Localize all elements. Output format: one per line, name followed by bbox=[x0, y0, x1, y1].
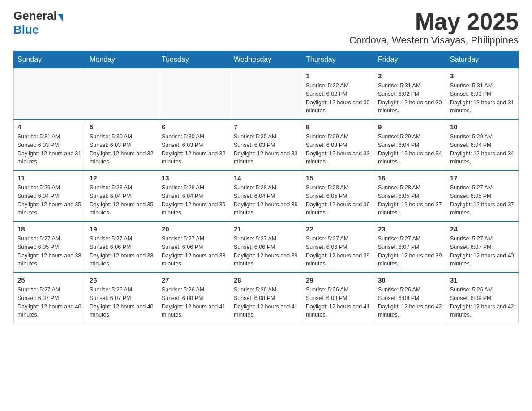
day-number: 21 bbox=[234, 225, 298, 233]
calendar-day-header: Tuesday bbox=[158, 51, 230, 68]
calendar-day-cell: 13Sunrise: 5:28 AMSunset: 6:04 PMDayligh… bbox=[158, 170, 230, 221]
day-number: 11 bbox=[17, 174, 82, 182]
day-number: 3 bbox=[450, 72, 515, 80]
day-number: 9 bbox=[378, 123, 442, 131]
calendar-day-cell: 10Sunrise: 5:29 AMSunset: 6:04 PMDayligh… bbox=[446, 119, 519, 170]
day-info: Sunrise: 5:29 AMSunset: 6:04 PMDaylight:… bbox=[17, 184, 82, 217]
day-number: 27 bbox=[162, 276, 226, 284]
calendar-day-cell: 8Sunrise: 5:29 AMSunset: 6:03 PMDaylight… bbox=[302, 119, 374, 170]
day-info: Sunrise: 5:27 AMSunset: 6:06 PMDaylight:… bbox=[234, 235, 298, 268]
day-info: Sunrise: 5:28 AMSunset: 6:05 PMDaylight:… bbox=[378, 184, 442, 217]
calendar-day-cell: 7Sunrise: 5:30 AMSunset: 6:03 PMDaylight… bbox=[230, 119, 302, 170]
day-number: 2 bbox=[378, 72, 442, 80]
calendar-day-cell: 21Sunrise: 5:27 AMSunset: 6:06 PMDayligh… bbox=[230, 221, 302, 272]
day-info: Sunrise: 5:26 AMSunset: 6:08 PMDaylight:… bbox=[378, 286, 442, 319]
calendar-header-row: SundayMondayTuesdayWednesdayThursdayFrid… bbox=[14, 51, 519, 68]
calendar-day-header: Thursday bbox=[302, 51, 374, 68]
day-info: Sunrise: 5:28 AMSunset: 6:04 PMDaylight:… bbox=[234, 184, 298, 217]
day-number: 19 bbox=[90, 225, 154, 233]
day-info: Sunrise: 5:27 AMSunset: 6:06 PMDaylight:… bbox=[162, 235, 226, 268]
day-info: Sunrise: 5:28 AMSunset: 6:05 PMDaylight:… bbox=[306, 184, 370, 217]
calendar-day-header: Friday bbox=[374, 51, 446, 68]
calendar-day-cell: 22Sunrise: 5:27 AMSunset: 6:06 PMDayligh… bbox=[302, 221, 374, 272]
calendar-day-cell: 19Sunrise: 5:27 AMSunset: 6:06 PMDayligh… bbox=[86, 221, 158, 272]
location-text: Cordova, Western Visayas, Philippines bbox=[349, 34, 519, 46]
day-number: 5 bbox=[90, 123, 154, 131]
day-info: Sunrise: 5:29 AMSunset: 6:04 PMDaylight:… bbox=[378, 133, 442, 166]
calendar-day-cell bbox=[14, 68, 86, 120]
day-info: Sunrise: 5:31 AMSunset: 6:03 PMDaylight:… bbox=[450, 81, 515, 115]
calendar-day-cell: 14Sunrise: 5:28 AMSunset: 6:04 PMDayligh… bbox=[230, 170, 302, 221]
day-info: Sunrise: 5:27 AMSunset: 6:06 PMDaylight:… bbox=[306, 235, 370, 268]
day-number: 12 bbox=[90, 174, 154, 182]
page-header: General Blue May 2025 Cordova, Western V… bbox=[13, 9, 519, 46]
calendar-day-cell: 11Sunrise: 5:29 AMSunset: 6:04 PMDayligh… bbox=[14, 170, 86, 221]
day-info: Sunrise: 5:27 AMSunset: 6:07 PMDaylight:… bbox=[378, 235, 442, 268]
day-number: 8 bbox=[306, 123, 370, 131]
day-info: Sunrise: 5:29 AMSunset: 6:03 PMDaylight:… bbox=[306, 133, 370, 166]
calendar-day-cell: 4Sunrise: 5:31 AMSunset: 6:03 PMDaylight… bbox=[14, 119, 86, 170]
calendar-day-cell bbox=[230, 68, 302, 120]
day-number: 13 bbox=[162, 174, 226, 182]
calendar-day-cell: 30Sunrise: 5:26 AMSunset: 6:08 PMDayligh… bbox=[374, 272, 446, 323]
day-number: 30 bbox=[378, 276, 442, 284]
calendar-day-header: Sunday bbox=[14, 51, 86, 68]
calendar-day-cell: 5Sunrise: 5:30 AMSunset: 6:03 PMDaylight… bbox=[86, 119, 158, 170]
day-number: 7 bbox=[234, 123, 298, 131]
day-info: Sunrise: 5:30 AMSunset: 6:03 PMDaylight:… bbox=[90, 133, 154, 166]
day-info: Sunrise: 5:31 AMSunset: 6:02 PMDaylight:… bbox=[378, 81, 442, 115]
calendar-day-cell: 20Sunrise: 5:27 AMSunset: 6:06 PMDayligh… bbox=[158, 221, 230, 272]
day-number: 6 bbox=[162, 123, 226, 131]
calendar-day-cell: 23Sunrise: 5:27 AMSunset: 6:07 PMDayligh… bbox=[374, 221, 446, 272]
day-number: 1 bbox=[306, 72, 370, 80]
month-year-title: May 2025 bbox=[349, 9, 519, 34]
calendar-day-cell: 16Sunrise: 5:28 AMSunset: 6:05 PMDayligh… bbox=[374, 170, 446, 221]
calendar-week-row: 4Sunrise: 5:31 AMSunset: 6:03 PMDaylight… bbox=[14, 119, 519, 170]
calendar-day-header: Wednesday bbox=[230, 51, 302, 68]
calendar-day-cell: 27Sunrise: 5:26 AMSunset: 6:08 PMDayligh… bbox=[158, 272, 230, 323]
day-info: Sunrise: 5:28 AMSunset: 6:04 PMDaylight:… bbox=[162, 184, 226, 217]
day-info: Sunrise: 5:26 AMSunset: 6:08 PMDaylight:… bbox=[162, 286, 226, 319]
day-info: Sunrise: 5:27 AMSunset: 6:07 PMDaylight:… bbox=[17, 286, 82, 319]
day-info: Sunrise: 5:27 AMSunset: 6:07 PMDaylight:… bbox=[450, 235, 515, 268]
calendar-day-cell: 24Sunrise: 5:27 AMSunset: 6:07 PMDayligh… bbox=[446, 221, 519, 272]
day-number: 14 bbox=[234, 174, 298, 182]
day-number: 28 bbox=[234, 276, 298, 284]
logo-arrow-icon bbox=[58, 14, 63, 22]
day-number: 25 bbox=[17, 276, 82, 284]
calendar-week-row: 25Sunrise: 5:27 AMSunset: 6:07 PMDayligh… bbox=[14, 272, 519, 323]
logo: General Blue bbox=[13, 9, 63, 37]
day-number: 18 bbox=[17, 225, 82, 233]
day-info: Sunrise: 5:31 AMSunset: 6:03 PMDaylight:… bbox=[17, 133, 82, 166]
day-info: Sunrise: 5:26 AMSunset: 6:08 PMDaylight:… bbox=[234, 286, 298, 319]
calendar-day-header: Monday bbox=[86, 51, 158, 68]
day-info: Sunrise: 5:30 AMSunset: 6:03 PMDaylight:… bbox=[162, 133, 226, 166]
logo-blue-text: Blue bbox=[13, 23, 39, 37]
calendar-day-cell: 2Sunrise: 5:31 AMSunset: 6:02 PMDaylight… bbox=[374, 68, 446, 120]
day-info: Sunrise: 5:26 AMSunset: 6:07 PMDaylight:… bbox=[90, 286, 154, 319]
calendar-day-cell: 26Sunrise: 5:26 AMSunset: 6:07 PMDayligh… bbox=[86, 272, 158, 323]
day-number: 10 bbox=[450, 123, 515, 131]
calendar-day-cell: 15Sunrise: 5:28 AMSunset: 6:05 PMDayligh… bbox=[302, 170, 374, 221]
day-number: 22 bbox=[306, 225, 370, 233]
logo-general-text: General bbox=[13, 9, 57, 23]
day-number: 31 bbox=[450, 276, 515, 284]
calendar-day-cell: 17Sunrise: 5:27 AMSunset: 6:05 PMDayligh… bbox=[446, 170, 519, 221]
day-info: Sunrise: 5:29 AMSunset: 6:04 PMDaylight:… bbox=[450, 133, 515, 166]
calendar-day-cell: 18Sunrise: 5:27 AMSunset: 6:05 PMDayligh… bbox=[14, 221, 86, 272]
calendar-day-cell: 28Sunrise: 5:26 AMSunset: 6:08 PMDayligh… bbox=[230, 272, 302, 323]
day-number: 17 bbox=[450, 174, 515, 182]
day-number: 4 bbox=[17, 123, 82, 131]
day-number: 24 bbox=[450, 225, 515, 233]
calendar-day-header: Saturday bbox=[446, 51, 519, 68]
calendar-day-cell: 25Sunrise: 5:27 AMSunset: 6:07 PMDayligh… bbox=[14, 272, 86, 323]
day-number: 26 bbox=[90, 276, 154, 284]
calendar-day-cell bbox=[158, 68, 230, 120]
calendar-day-cell bbox=[86, 68, 158, 120]
day-number: 15 bbox=[306, 174, 370, 182]
calendar-day-cell: 31Sunrise: 5:26 AMSunset: 6:09 PMDayligh… bbox=[446, 272, 519, 323]
day-info: Sunrise: 5:27 AMSunset: 6:05 PMDaylight:… bbox=[17, 235, 82, 268]
day-info: Sunrise: 5:26 AMSunset: 6:09 PMDaylight:… bbox=[450, 286, 515, 319]
day-number: 16 bbox=[378, 174, 442, 182]
calendar-week-row: 1Sunrise: 5:32 AMSunset: 6:02 PMDaylight… bbox=[14, 68, 519, 120]
